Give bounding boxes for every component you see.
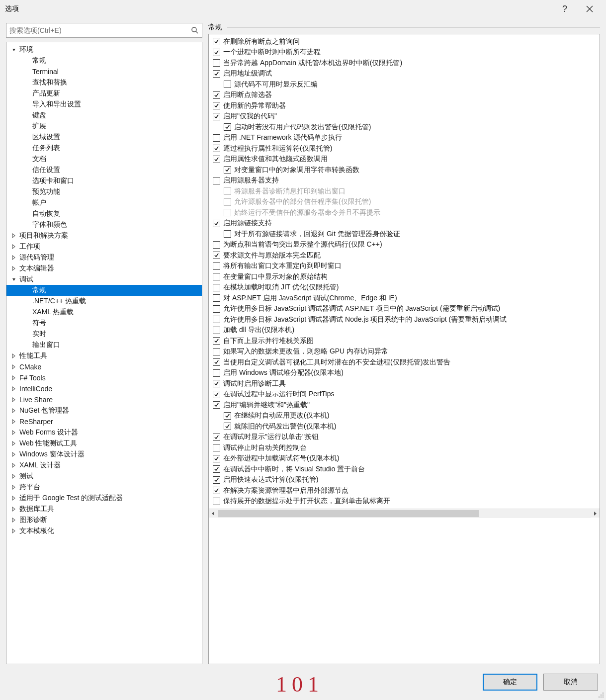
option-row[interactable]: 启用源链接支持 bbox=[209, 218, 600, 229]
checkbox[interactable] bbox=[213, 358, 220, 366]
scroll-left-icon[interactable] bbox=[209, 509, 218, 518]
search-input[interactable] bbox=[9, 26, 191, 34]
tree-item[interactable]: CMake bbox=[6, 361, 202, 372]
horizontal-scrollbar[interactable] bbox=[209, 509, 600, 518]
option-row[interactable]: 加载 dll 导出(仅限本机) bbox=[209, 325, 600, 336]
checkbox[interactable] bbox=[213, 444, 220, 451]
checkbox[interactable] bbox=[224, 166, 231, 174]
expand-icon[interactable] bbox=[10, 374, 17, 381]
options-panel[interactable]: 在删除所有断点之前询问一个进程中断时则中断所有进程当异常跨越 AppDomain… bbox=[208, 34, 600, 664]
option-row[interactable]: 在模块加载时取消 JIT 优化(仅限托管) bbox=[209, 282, 600, 293]
checkbox[interactable] bbox=[213, 102, 220, 109]
checkbox[interactable] bbox=[213, 284, 220, 291]
option-row[interactable]: 当使用自定义调试器可视化工具时对潜在的不安全进程(仅限托管)发出警告 bbox=[209, 357, 600, 368]
option-row[interactable]: 对变量窗口中的对象调用字符串转换函数 bbox=[209, 165, 600, 175]
option-row[interactable]: 启用 .NET Framework 源代码单步执行 bbox=[209, 133, 600, 144]
tree-item[interactable]: 产品更新 bbox=[6, 88, 202, 99]
checkbox[interactable] bbox=[213, 49, 220, 56]
tree-item[interactable]: 常规 bbox=[6, 285, 202, 296]
scroll-thumb[interactable] bbox=[218, 510, 479, 517]
option-row[interactable]: 就陈旧的代码发出警告(仅限本机) bbox=[209, 421, 600, 432]
tree-item[interactable]: 文本编辑器 bbox=[6, 263, 202, 274]
help-button[interactable]: ? bbox=[557, 1, 572, 16]
checkbox[interactable] bbox=[213, 348, 220, 355]
tree-item[interactable]: 跨平台 bbox=[6, 482, 202, 493]
option-row[interactable]: 一个进程中断时则中断所有进程 bbox=[209, 47, 600, 58]
tree-item[interactable]: 数据库工具 bbox=[6, 504, 202, 515]
tree-item[interactable]: 字体和颜色 bbox=[6, 219, 202, 230]
checkbox[interactable] bbox=[213, 177, 220, 184]
category-tree[interactable]: 环境常规Terminal查找和替换产品更新导入和导出设置键盘扩展区域设置任务列表… bbox=[6, 42, 202, 664]
tree-item[interactable]: Terminal bbox=[6, 66, 202, 77]
tree-item[interactable]: 扩展 bbox=[6, 121, 202, 132]
option-row[interactable]: 启用快速表达式计算(仅限托管) bbox=[209, 475, 600, 486]
checkbox[interactable] bbox=[213, 252, 220, 259]
checkbox[interactable] bbox=[213, 113, 220, 120]
checkbox[interactable] bbox=[213, 380, 220, 387]
option-row[interactable]: 在外部进程中加载调试符号(仅限本机) bbox=[209, 453, 600, 464]
tree-item[interactable]: 选项卡和窗口 bbox=[6, 175, 202, 186]
close-button[interactable] bbox=[582, 1, 597, 16]
checkbox[interactable] bbox=[213, 59, 220, 67]
ok-button[interactable]: 确定 bbox=[483, 674, 537, 691]
tree-item[interactable]: .NET/C++ 热重载 bbox=[6, 296, 202, 307]
option-row[interactable]: 在调试时显示"运行以单击"按钮 bbox=[209, 432, 600, 443]
expand-icon[interactable] bbox=[10, 462, 17, 469]
tree-item[interactable]: XAML 设计器 bbox=[6, 460, 202, 471]
tree-item[interactable]: 图形诊断 bbox=[6, 515, 202, 525]
tree-item[interactable]: 项目和解决方案 bbox=[6, 230, 202, 241]
option-row[interactable]: 逐过程执行属性和运算符(仅限托管) bbox=[209, 143, 600, 154]
checkbox[interactable] bbox=[213, 38, 220, 45]
option-row[interactable]: 启用源服务器支持 bbox=[209, 175, 600, 186]
checkbox[interactable] bbox=[213, 91, 220, 99]
option-row[interactable]: 对 ASP.NET 启用 JavaScript 调试(Chrome、Edge 和… bbox=[209, 293, 600, 304]
expand-icon[interactable] bbox=[10, 440, 17, 447]
option-row[interactable]: 要求源文件与原始版本完全匹配 bbox=[209, 250, 600, 261]
expand-icon[interactable] bbox=[10, 407, 17, 414]
checkbox[interactable] bbox=[213, 220, 220, 227]
tree-item[interactable]: 信任设置 bbox=[6, 165, 202, 175]
checkbox[interactable] bbox=[213, 465, 220, 473]
checkbox[interactable] bbox=[213, 369, 220, 377]
option-row[interactable]: 启用断点筛选器 bbox=[209, 90, 600, 101]
option-row[interactable]: 在解决方案资源管理器中启用外部源节点 bbox=[209, 485, 600, 496]
option-row[interactable]: 启用地址级调试 bbox=[209, 69, 600, 80]
tree-item[interactable]: Live Share bbox=[6, 394, 202, 405]
checkbox[interactable] bbox=[213, 145, 220, 152]
tree-item[interactable]: 文本模板化 bbox=[6, 525, 202, 536]
option-row[interactable]: 将所有输出窗口文本重定向到即时窗口 bbox=[209, 261, 600, 272]
tree-item[interactable]: 性能工具 bbox=[6, 350, 202, 361]
tree-item[interactable]: Web Forms 设计器 bbox=[6, 427, 202, 438]
checkbox[interactable] bbox=[213, 455, 220, 462]
tree-item[interactable]: NuGet 包管理器 bbox=[6, 405, 202, 416]
option-row[interactable]: 在继续时自动应用更改(仅本机) bbox=[209, 411, 600, 422]
option-row[interactable]: 对于所有源链接请求，回退到 Git 凭据管理器身份验证 bbox=[209, 229, 600, 240]
checkbox[interactable] bbox=[213, 327, 220, 334]
tree-item[interactable]: 工作项 bbox=[6, 241, 202, 252]
collapse-icon[interactable] bbox=[10, 46, 17, 53]
expand-icon[interactable] bbox=[10, 243, 17, 250]
tree-item[interactable]: 输出窗口 bbox=[6, 340, 202, 350]
search-box[interactable] bbox=[6, 23, 202, 38]
tree-item[interactable]: XAML 热重载 bbox=[6, 307, 202, 318]
tree-item[interactable]: 任务列表 bbox=[6, 143, 202, 154]
expand-icon[interactable] bbox=[10, 506, 17, 513]
checkbox[interactable] bbox=[213, 241, 220, 249]
expand-icon[interactable] bbox=[10, 484, 17, 491]
tree-item[interactable]: 查找和替换 bbox=[6, 77, 202, 88]
tree-item[interactable]: IntelliCode bbox=[6, 383, 202, 394]
option-row[interactable]: 启用属性求值和其他隐式函数调用 bbox=[209, 154, 600, 165]
option-row[interactable]: 当异常跨越 AppDomain 或托管/本机边界时中断(仅限托管) bbox=[209, 58, 600, 69]
expand-icon[interactable] bbox=[10, 451, 17, 458]
tree-item[interactable]: F# Tools bbox=[6, 372, 202, 383]
tree-item[interactable]: 适用于 Google Test 的测试适配器 bbox=[6, 493, 202, 504]
option-row[interactable]: 为断点和当前语句突出显示整个源代码行(仅限 C++) bbox=[209, 240, 600, 251]
checkbox[interactable] bbox=[213, 316, 220, 323]
expand-icon[interactable] bbox=[10, 254, 17, 261]
checkbox[interactable] bbox=[213, 156, 220, 163]
checkbox[interactable] bbox=[224, 230, 231, 238]
checkbox[interactable] bbox=[213, 476, 220, 484]
option-row[interactable]: 在调试过程中显示运行时间 PerfTips bbox=[209, 389, 600, 400]
checkbox[interactable] bbox=[213, 434, 220, 441]
checkbox[interactable] bbox=[213, 487, 220, 494]
